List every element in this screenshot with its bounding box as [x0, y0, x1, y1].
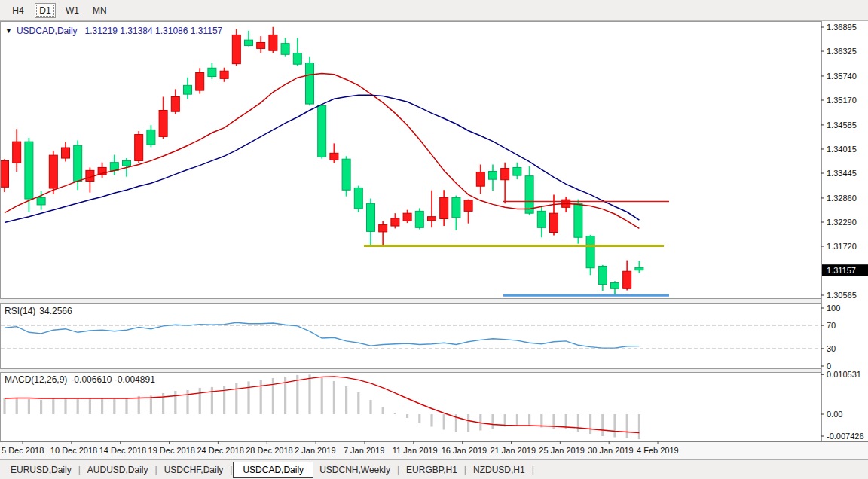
price-tick-label: 1.34015	[827, 145, 857, 154]
rsi-tick-label: 0	[827, 362, 831, 371]
rsi-tick-label: 70	[827, 321, 836, 330]
date-tick-label: 24 Dec 2018	[197, 446, 243, 455]
macd-tick-label: 0.010531	[827, 370, 861, 379]
rsi-name: RSI(14)	[5, 306, 35, 316]
timeframe-button-h4[interactable]: H4	[8, 3, 29, 18]
date-tick-label: 10 Dec 2018	[50, 446, 97, 455]
chart-area: 1.368951.363251.357401.351701.345851.340…	[0, 21, 868, 459]
tab-separator: |	[531, 465, 535, 475]
date-tick-label: 2 Jan 2019	[295, 446, 335, 455]
date-tick-label: 5 Dec 2018	[2, 446, 44, 455]
date-tick-label: 25 Jan 2019	[539, 446, 585, 455]
chart-tab-nzdusd-h1[interactable]: NZDUSD,H1	[467, 462, 531, 477]
price-tick-label: 1.33445	[827, 169, 857, 178]
mt4-window: H4D1W1MN 1.368951.363251.357401.351701.3…	[0, 0, 868, 479]
rsi-panel-bg[interactable]	[1, 304, 821, 369]
date-tick-label: 11 Jan 2019	[393, 446, 438, 455]
macd-tick-label: -0.007426	[827, 432, 864, 441]
macd-name: MACD(12,26,9)	[5, 374, 67, 385]
price-tick-label: 1.36895	[827, 23, 857, 32]
price-tick-label: 1.32860	[827, 194, 857, 203]
chart-tab-audusd-daily[interactable]: AUDUSD,Daily	[81, 462, 154, 477]
rsi-indicator-label: RSI(14)34.2566	[5, 306, 72, 316]
date-tick-label: 7 Jan 2019	[344, 446, 384, 455]
macd-indicator-label: MACD(12,26,9)-0.006610 -0.004891	[5, 374, 155, 385]
chart-tabs-bar: EURUSD,Daily|AUDUSD,Daily|USDCHF,Daily|U…	[0, 459, 868, 479]
chart-tab-eurgbp-h1[interactable]: EURGBP,H1	[400, 462, 463, 477]
timeframe-button-d1[interactable]: D1	[35, 3, 56, 18]
current-price-label: 1.31157	[827, 266, 856, 275]
macd-values: -0.006610 -0.004891	[71, 374, 154, 385]
chart-tab-usdcad-daily[interactable]: USDCAD,Daily	[233, 462, 313, 478]
date-tick-label: 30 Jan 2019	[588, 446, 634, 455]
symbol-dropdown-icon[interactable]: ▼	[5, 27, 12, 35]
date-tick-label: 19 Dec 2018	[148, 446, 195, 455]
price-panel-bg[interactable]	[1, 22, 821, 299]
chart-canvas[interactable]: 1.368951.363251.357401.351701.345851.340…	[0, 21, 868, 459]
chart-tab-usdcnh-weekly[interactable]: USDCNH,Weekly	[313, 462, 396, 477]
price-tick-label: 1.34585	[827, 121, 857, 130]
price-tick-label: 1.31720	[827, 242, 857, 251]
rsi-tick-label: 30	[827, 344, 836, 353]
date-tick-label: 14 Dec 2018	[99, 446, 146, 455]
rsi-value: 34.2566	[39, 306, 72, 316]
price-tick-label: 1.35170	[827, 96, 857, 105]
timeframe-toolbar: H4D1W1MN	[0, 0, 868, 21]
chart-tab-usdchf-daily[interactable]: USDCHF,Daily	[158, 462, 230, 477]
rsi-tick-label: 100	[827, 304, 840, 313]
price-tick-label: 1.36325	[827, 47, 857, 56]
date-tick-label: 4 Feb 2019	[637, 446, 679, 455]
price-tick-label: 1.32290	[827, 218, 857, 227]
macd-tick-label: 0.00	[827, 410, 842, 419]
timeframe-button-mn[interactable]: MN	[89, 3, 111, 18]
date-tick-label: 28 Dec 2018	[246, 446, 292, 455]
timeframe-button-w1[interactable]: W1	[62, 3, 83, 18]
price-tick-label: 1.30565	[827, 291, 857, 300]
date-tick-label: 21 Jan 2019	[491, 446, 536, 455]
chart-tab-eurusd-daily[interactable]: EURUSD,Daily	[5, 462, 78, 477]
date-tick-label: 16 Jan 2019	[442, 446, 487, 455]
price-tick-label: 1.35740	[827, 72, 857, 81]
